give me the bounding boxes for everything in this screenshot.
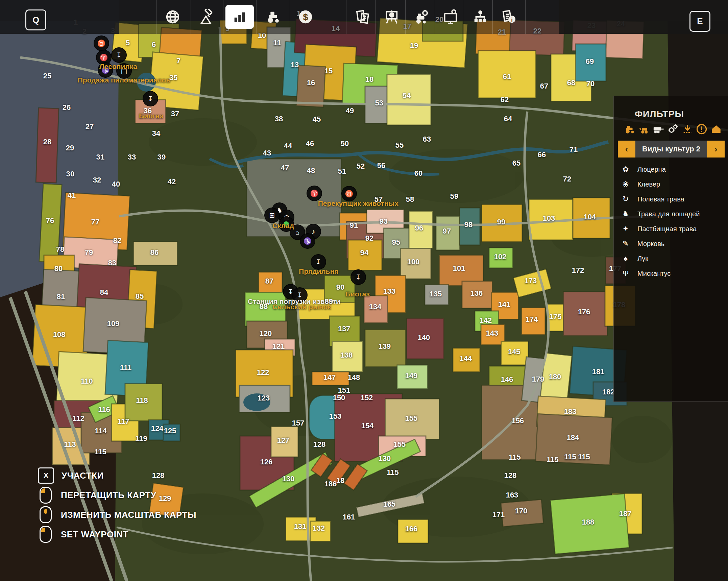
- field-label-147[interactable]: 147: [323, 373, 336, 382]
- field-label-156[interactable]: 156: [512, 416, 524, 425]
- field-label-154[interactable]: 154: [361, 421, 374, 430]
- field-label-132[interactable]: 132: [313, 524, 325, 533]
- field-label-80[interactable]: 80: [54, 264, 63, 273]
- field-label-140[interactable]: 140: [418, 333, 430, 342]
- field-label-182[interactable]: 182: [602, 388, 615, 396]
- field-label-183[interactable]: 183: [564, 407, 577, 416]
- field-label-121[interactable]: 121: [272, 342, 285, 351]
- tab-vehicle-settings[interactable]: [405, 0, 438, 34]
- field-label-64[interactable]: 64: [504, 115, 512, 123]
- field-label-139[interactable]: 139: [379, 342, 391, 351]
- field-label-25[interactable]: 25: [43, 72, 51, 80]
- field-label-110[interactable]: 110: [81, 377, 93, 386]
- field-label-103[interactable]: 103: [543, 214, 555, 223]
- field-label-111[interactable]: 111: [120, 363, 131, 372]
- field-label-104[interactable]: 104: [584, 213, 596, 221]
- field-label-36[interactable]: 36: [144, 106, 152, 115]
- biogas-unload-poi-icon[interactable]: ↧: [350, 269, 366, 285]
- field-label-134[interactable]: 134: [369, 302, 382, 311]
- field-label-82[interactable]: 82: [113, 236, 121, 245]
- field-label-126[interactable]: 126: [260, 458, 273, 466]
- field-label-50[interactable]: 50: [341, 139, 349, 148]
- tab-contracts[interactable]: [346, 0, 379, 34]
- field-label-76[interactable]: 76: [46, 216, 54, 225]
- field-label-135[interactable]: 135: [430, 290, 442, 298]
- field-label-87[interactable]: 87: [265, 277, 273, 286]
- field-label-26[interactable]: 26: [63, 103, 71, 112]
- field-label-37[interactable]: 37: [171, 110, 179, 118]
- crop-filter-Морковь[interactable]: ✎ Морковь: [620, 236, 721, 251]
- field-label-5[interactable]: 5: [126, 39, 130, 47]
- field-label-54[interactable]: 54: [403, 91, 411, 100]
- field-label-65[interactable]: 65: [512, 159, 520, 168]
- tab-vehicles[interactable]: [257, 0, 289, 34]
- field-label-145[interactable]: 145: [508, 347, 520, 356]
- field-label-77[interactable]: 77: [91, 218, 99, 226]
- field-label-128[interactable]: 128: [504, 471, 517, 480]
- download-filter-icon[interactable]: [682, 123, 693, 135]
- tab-pda-terrain[interactable]: [191, 0, 223, 34]
- field-label-47[interactable]: 47: [281, 164, 289, 172]
- field-label-62[interactable]: 62: [501, 95, 509, 104]
- field-label-187[interactable]: 187: [619, 509, 632, 518]
- field-label-128[interactable]: 128: [313, 440, 326, 449]
- field-label-120[interactable]: 120: [260, 329, 272, 338]
- field-label-57[interactable]: 57: [374, 195, 383, 204]
- cow-poi-icon[interactable]: ♉: [94, 35, 109, 51]
- field-label-93[interactable]: 93: [380, 217, 388, 226]
- category-prev-button[interactable]: ‹: [618, 141, 635, 158]
- crop-filter-Трава для лошадей[interactable]: ♞ Трава для лошадей: [620, 207, 721, 221]
- field-label-131[interactable]: 131: [294, 522, 307, 531]
- field-label-118[interactable]: 118: [136, 396, 148, 405]
- loader-filter-icon[interactable]: [638, 123, 650, 135]
- field-label-138[interactable]: 138: [340, 351, 353, 360]
- field-label-61[interactable]: 61: [503, 72, 511, 81]
- field-label-70[interactable]: 70: [586, 79, 594, 88]
- field-label-31[interactable]: 31: [96, 153, 104, 162]
- field-label-122[interactable]: 122: [257, 368, 269, 377]
- field-label-53[interactable]: 53: [375, 99, 383, 107]
- field-label-18[interactable]: 18: [365, 75, 373, 84]
- field-label-60[interactable]: 60: [414, 169, 422, 178]
- field-label-81[interactable]: 81: [57, 292, 65, 301]
- field-label-102[interactable]: 102: [494, 252, 507, 261]
- field-label-11[interactable]: 11: [273, 39, 281, 47]
- field-label-136[interactable]: 136: [470, 289, 483, 298]
- field-label-51[interactable]: 51: [338, 167, 346, 176]
- field-label-115[interactable]: 115: [94, 447, 106, 456]
- tab-statistics[interactable]: [223, 0, 256, 34]
- field-label-174[interactable]: 174: [526, 315, 538, 324]
- field-label-175[interactable]: 175: [549, 312, 562, 321]
- field-label-69[interactable]: 69: [586, 57, 594, 66]
- field-label-172[interactable]: 172: [572, 266, 584, 275]
- field-label-173[interactable]: 173: [525, 276, 537, 285]
- field-label-85[interactable]: 85: [136, 292, 144, 301]
- field-label-30[interactable]: 30: [66, 170, 74, 178]
- field-label-40[interactable]: 40: [112, 180, 120, 189]
- tab-world-map[interactable]: [156, 0, 189, 34]
- field-label-33[interactable]: 33: [128, 153, 136, 162]
- field-label-116[interactable]: 116: [98, 405, 110, 414]
- field-label-170[interactable]: 170: [515, 507, 528, 515]
- field-label-119[interactable]: 119: [135, 434, 147, 443]
- field-label-35[interactable]: 35: [169, 73, 177, 82]
- field-label-88[interactable]: 88: [260, 302, 268, 311]
- field-label-89[interactable]: 89: [325, 297, 333, 306]
- field-label-32[interactable]: 32: [93, 176, 101, 185]
- unload-point-poi-icon[interactable]: ↧: [111, 47, 127, 63]
- field-label-6[interactable]: 6: [152, 40, 156, 49]
- tab-network[interactable]: [464, 0, 496, 34]
- field-label-39[interactable]: 39: [157, 153, 166, 162]
- field-label-133[interactable]: 133: [383, 287, 396, 296]
- field-label-137[interactable]: 137: [338, 324, 350, 333]
- field-label-52[interactable]: 52: [357, 162, 365, 171]
- field-label-56[interactable]: 56: [377, 161, 385, 170]
- house-filter-icon[interactable]: [710, 123, 722, 135]
- field-label-78[interactable]: 78: [56, 245, 64, 254]
- field-label-79[interactable]: 79: [85, 248, 93, 257]
- crop-filter-Лук[interactable]: ♠ Лук: [620, 251, 721, 266]
- field-label-115[interactable]: 115: [547, 455, 559, 464]
- field-label-97[interactable]: 97: [443, 227, 451, 236]
- field-label-27[interactable]: 27: [86, 122, 94, 131]
- crop-filter-Клевер[interactable]: ❀ Клевер: [620, 177, 721, 192]
